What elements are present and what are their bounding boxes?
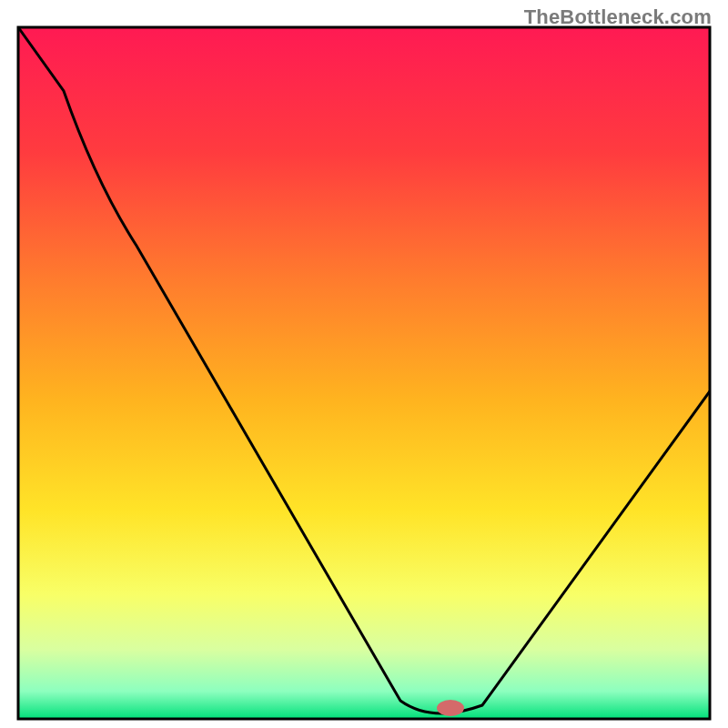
- gradient-background: [18, 27, 710, 719]
- bottleneck-chart: [0, 0, 728, 728]
- watermark-text: TheBottleneck.com: [524, 5, 712, 29]
- optimum-marker: [437, 700, 464, 716]
